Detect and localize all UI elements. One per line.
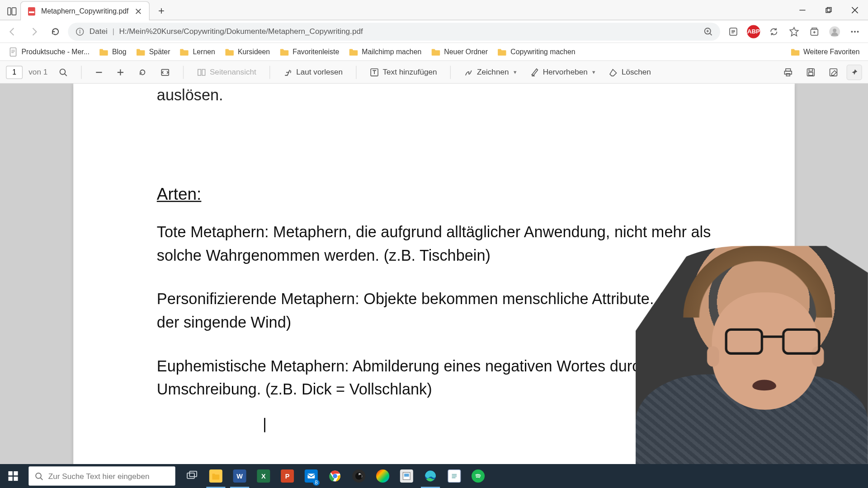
new-tab-button[interactable]: + [153,3,170,19]
read-aloud-button[interactable]: Laut vorlesen [278,65,348,80]
maximize-button[interactable] [816,0,842,20]
bookmark-label: Favoritenleiste [292,47,339,56]
refresh-button[interactable] [47,23,65,41]
print-button[interactable] [778,65,797,80]
edge-icon[interactable] [419,464,443,488]
adblock-icon[interactable]: ABP [744,23,763,41]
profile-icon[interactable] [825,23,844,41]
heading-types: Arten: [157,185,711,204]
app-icon-2[interactable] [395,464,419,488]
excel-icon[interactable]: X [251,464,275,488]
taskbar-search[interactable]: Zur Suche Text hier eingeben [28,466,175,485]
svg-rect-33 [14,477,18,481]
svg-point-16 [857,31,859,33]
svg-rect-20 [198,69,201,75]
bookmark-label: Lernen [193,47,215,56]
erase-button[interactable]: Löschen [604,65,656,80]
search-icon [34,472,43,481]
save-button[interactable] [801,65,820,80]
tab-title: Metaphern_Copywriting.pdf [41,7,129,15]
folder-icon [279,47,289,56]
pdf-toolbar: von 1 Seitenansicht Laut vorlesen Text h… [0,61,868,84]
tab-close-icon[interactable] [133,6,143,16]
zoom-out-button[interactable] [90,66,108,79]
svg-rect-25 [786,73,790,75]
bookmark-item[interactable]: Favoritenleiste [276,45,343,58]
bookmark-item[interactable]: Copywriting machen [494,45,579,58]
reader-mode-icon[interactable] [724,23,743,41]
word-icon[interactable]: W [228,464,252,488]
svg-rect-32 [8,477,12,481]
url-path: H:/Mein%20Kurse/Copywriting/Dokumente/Me… [119,27,698,36]
chrome-icon[interactable] [323,464,347,488]
site-info-icon[interactable] [75,27,85,36]
find-icon[interactable] [53,65,72,80]
svg-rect-21 [202,69,205,75]
zoom-in-button[interactable] [111,66,129,79]
svg-point-13 [833,28,836,32]
svg-rect-8 [80,31,80,33]
pin-toolbar-button[interactable] [847,64,862,80]
spotify-icon[interactable] [466,464,490,488]
omnibox[interactable]: Datei | H:/Mein%20Kurse/Copywriting/Doku… [68,23,720,41]
folder-icon [431,47,440,56]
collections-icon[interactable] [805,23,824,41]
page-icon [8,47,18,56]
highlight-button[interactable]: Hervorheben ▾ [525,65,600,80]
file-explorer-icon[interactable] [204,464,228,488]
bookmark-item[interactable]: Später [132,45,174,58]
draw-button[interactable]: Zeichnen ▾ [459,65,521,80]
folder-icon [790,47,800,56]
folder-icon [136,47,146,56]
zoom-icon[interactable] [703,27,713,36]
search-placeholder: Zur Suche Text hier eingeben [48,472,150,481]
minimize-button[interactable] [789,0,816,20]
rotate-button[interactable] [133,65,152,80]
page-number-input[interactable] [6,66,23,79]
svg-point-14 [851,31,853,33]
page-view-button[interactable]: Seitenansicht [192,65,261,80]
windows-taskbar: Zur Suche Text hier eingeben W X P 8 [0,464,868,488]
sync-icon[interactable] [764,23,783,41]
chevron-down-icon: ▾ [592,69,595,75]
bookmark-item[interactable]: Neuer Ordner [427,45,491,58]
bookmark-label: Blog [112,47,127,56]
save-as-button[interactable] [824,65,843,80]
bookmarks-bar: Produktsuche - Mer...BlogSpäterLernenKur… [0,43,868,61]
back-button[interactable] [4,23,22,41]
folder-icon [497,47,507,56]
folder-icon [99,47,108,56]
page-view-label: Seitenansicht [210,68,256,77]
svg-rect-27 [809,69,812,71]
bookmark-more-favs[interactable]: Weitere Favoriten [787,45,863,58]
bookmark-label: Produktsuche - Mer... [21,47,89,56]
bookmark-item[interactable]: Produktsuche - Mer... [5,45,93,58]
favorites-icon[interactable] [784,23,803,41]
more-icon[interactable] [845,23,864,41]
add-text-button[interactable]: Text hinzufügen [365,65,442,80]
app-icon-1[interactable] [371,464,395,488]
forward-button[interactable] [25,23,43,41]
bookmark-item[interactable]: Blog [95,45,130,58]
close-window-button[interactable] [842,0,868,20]
svg-rect-31 [14,471,18,475]
obs-icon[interactable] [347,464,371,488]
paragraph-dead-metaphors: Tote Metaphern: Metaphern, die aufgrund … [157,221,711,267]
fit-page-button[interactable] [156,65,175,80]
tab-actions-icon[interactable] [4,3,20,19]
bookmark-item[interactable]: Lernen [176,45,219,58]
notepad-icon[interactable] [442,464,466,488]
start-button[interactable] [0,464,26,488]
task-view-button[interactable] [180,464,204,488]
svg-rect-30 [8,471,12,475]
bookmark-item[interactable]: Mailchimp machen [345,45,425,58]
browser-tab[interactable]: Metaphern_Copywriting.pdf [20,1,150,20]
bookmark-item[interactable]: Kursideen [221,45,274,58]
read-aloud-label: Laut vorlesen [296,68,343,77]
chevron-down-icon: ▾ [514,69,517,75]
powerpoint-icon[interactable]: P [275,464,299,488]
svg-rect-0 [8,8,11,15]
bookmark-label: Neuer Ordner [444,47,488,56]
svg-rect-1 [12,8,16,15]
mail-icon[interactable]: 8 [299,464,323,488]
